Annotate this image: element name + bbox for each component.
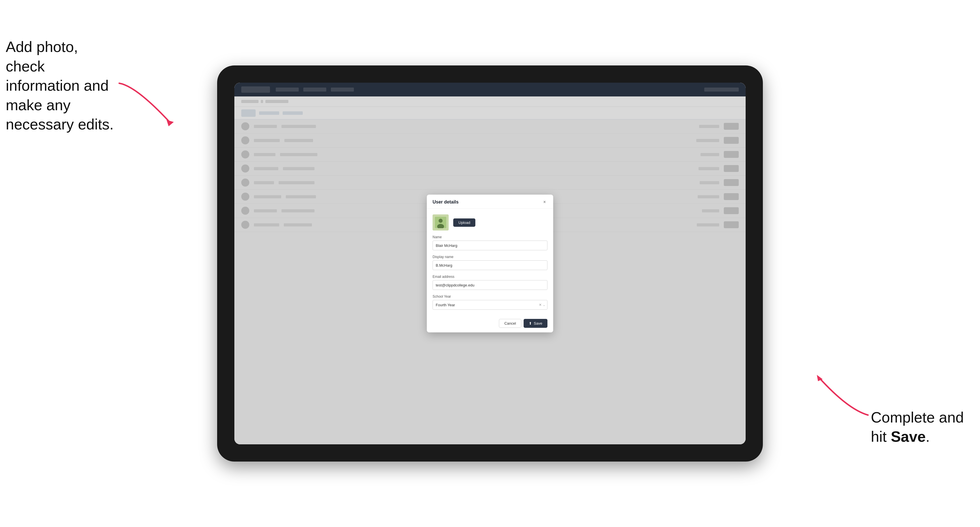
annotation-line3: make any (6, 97, 70, 113)
email-label: Email address (433, 275, 547, 279)
right-annotation: Complete and hit Save. (871, 408, 974, 447)
annotation-right-line2: hit (871, 428, 891, 445)
name-field-group: Name (433, 235, 547, 250)
annotation-line2: information and (6, 77, 108, 94)
name-label: Name (433, 235, 547, 239)
photo-upload-row: Upload (433, 214, 547, 230)
annotation-save-bold: Save (891, 428, 926, 445)
cancel-button[interactable]: Cancel (499, 319, 521, 328)
modal-title: User details (433, 200, 459, 205)
display-name-input[interactable] (433, 260, 547, 270)
user-details-modal: User details × (427, 195, 553, 332)
annotation-right-line1: Complete and (871, 409, 964, 426)
modal-body: Upload Name Display name Email addre (427, 209, 553, 316)
annotation-right-end: . (926, 428, 930, 445)
modal-header: User details × (427, 195, 553, 209)
school-year-select-wrapper: First Year Second Year Third Year Fourth… (433, 300, 547, 310)
email-field-group: Email address (433, 275, 547, 290)
save-icon: ⬆ (529, 321, 532, 325)
modal-overlay[interactable]: User details × (234, 83, 746, 444)
left-arrow (113, 78, 194, 129)
photo-thumbnail (433, 214, 449, 230)
right-arrow (791, 360, 871, 418)
upload-photo-button[interactable]: Upload (453, 218, 475, 227)
school-year-select[interactable]: First Year Second Year Third Year Fourth… (433, 300, 547, 310)
svg-point-3 (439, 219, 442, 223)
save-button[interactable]: ⬆ Save (523, 319, 547, 328)
svg-marker-1 (817, 375, 822, 381)
save-label: Save (534, 321, 542, 325)
annotation-line1: Add photo, check (6, 38, 78, 75)
display-name-field-group: Display name (433, 255, 547, 270)
left-annotation: Add photo, check information and make an… (6, 37, 115, 134)
user-photo (435, 217, 446, 228)
svg-marker-0 (167, 120, 174, 126)
tablet-screen: User details × (234, 83, 746, 444)
email-input[interactable] (433, 280, 547, 290)
tablet-device: User details × (217, 65, 763, 462)
annotation-line4: necessary edits. (6, 116, 114, 133)
name-input[interactable] (433, 241, 547, 250)
school-year-field-group: School Year First Year Second Year Third… (433, 295, 547, 310)
modal-close-button[interactable]: × (542, 199, 547, 205)
display-name-label: Display name (433, 255, 547, 259)
school-year-label: School Year (433, 295, 547, 298)
modal-footer: Cancel ⬆ Save (427, 316, 553, 332)
